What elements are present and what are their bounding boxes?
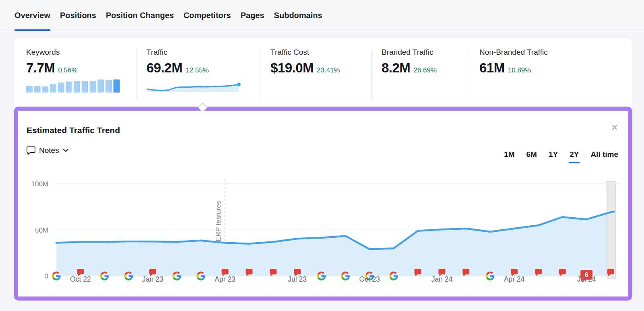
tab-positions[interactable]: Positions (60, 0, 96, 31)
time-range-selector: 1M 6M 1Y 2Y All time (504, 150, 618, 159)
metrics-summary-card: Keywords 7.7M0.56% Traffic 69.2M12.55% T… (14, 38, 632, 107)
metric-label: Keywords (26, 48, 136, 57)
metric-delta: 26.69% (413, 66, 437, 74)
metric-label: Branded Traffic (382, 48, 469, 57)
metric-traffic-cost[interactable]: Traffic Cost $19.0M23.41% (260, 38, 371, 107)
notes-dropdown[interactable]: Notes (27, 146, 69, 155)
traffic-trend-chart[interactable]: 100M50M0SERP features6Oct 22Jan 23Apr 23… (32, 175, 622, 289)
panel-title: Estimated Traffic Trend (27, 126, 120, 135)
chevron-down-icon (63, 148, 69, 152)
range-2y[interactable]: 2Y (570, 150, 579, 159)
tab-competitors[interactable]: Competitors (184, 0, 231, 31)
metric-label: Traffic (147, 48, 260, 57)
x-axis-tick: Oct 22 (70, 275, 91, 283)
x-axis-tick: Apr 23 (215, 275, 235, 283)
metric-keywords[interactable]: Keywords 7.7M0.56% (14, 38, 136, 107)
y-axis-tick: 50M (35, 227, 48, 234)
metric-delta: 12.55% (186, 66, 209, 74)
current-period-highlight (607, 181, 616, 278)
notes-label: Notes (39, 146, 59, 155)
metric-branded-traffic[interactable]: Branded Traffic 8.2M26.69% (371, 38, 469, 107)
range-all-time[interactable]: All time (590, 150, 618, 159)
metric-value: $19.0M (270, 60, 314, 75)
x-axis-tick: Jul 23 (288, 275, 307, 283)
range-1y[interactable]: 1Y (549, 150, 558, 159)
metric-label: Non-Branded Traffic (479, 48, 632, 57)
metric-label: Traffic Cost (270, 48, 371, 57)
y-axis-tick: 100M (32, 180, 48, 188)
x-axis-tick: Jan 23 (142, 275, 163, 283)
metric-non-branded-traffic[interactable]: Non-Branded Traffic 61M10.89% (469, 38, 632, 107)
traffic-mini-sparkline (147, 79, 243, 93)
metric-delta: 0.56% (58, 66, 77, 74)
tab-subdomains[interactable]: Subdomains (274, 0, 322, 31)
estimated-traffic-trend-panel: Estimated Traffic Trend × Notes 1M 6M 1Y… (14, 107, 632, 301)
metric-delta: 10.89% (508, 66, 531, 74)
tab-overview[interactable]: Overview (14, 0, 50, 31)
tab-pages[interactable]: Pages (241, 0, 264, 31)
x-axis-tick: Jan 24 (431, 275, 453, 283)
top-tab-bar: Overview Positions Position Changes Comp… (0, 0, 644, 31)
x-axis-tick: Oct 23 (359, 275, 380, 283)
x-axis-tick: Apr 24 (504, 275, 525, 283)
y-axis-tick: 0 (45, 272, 48, 280)
metric-delta: 23.41% (317, 66, 340, 74)
close-icon[interactable]: × (611, 122, 618, 133)
metric-value: 69.2M (147, 60, 182, 75)
tab-position-changes[interactable]: Position Changes (106, 0, 174, 31)
x-axis-tick: Jul 24 (577, 275, 596, 283)
metric-value: 8.2M (382, 60, 410, 75)
metric-traffic[interactable]: Traffic 69.2M12.55% (136, 38, 260, 107)
tabs: Overview Positions Position Changes Comp… (14, 0, 322, 31)
serp-features-label: SERP features (215, 201, 222, 246)
metric-value: 7.7M (26, 60, 55, 75)
range-1m[interactable]: 1M (504, 150, 514, 159)
range-6m[interactable]: 6M (526, 150, 537, 159)
keywords-mini-bar-chart (26, 79, 121, 93)
notes-bubble-icon (27, 146, 35, 155)
metric-value: 61M (479, 60, 505, 75)
